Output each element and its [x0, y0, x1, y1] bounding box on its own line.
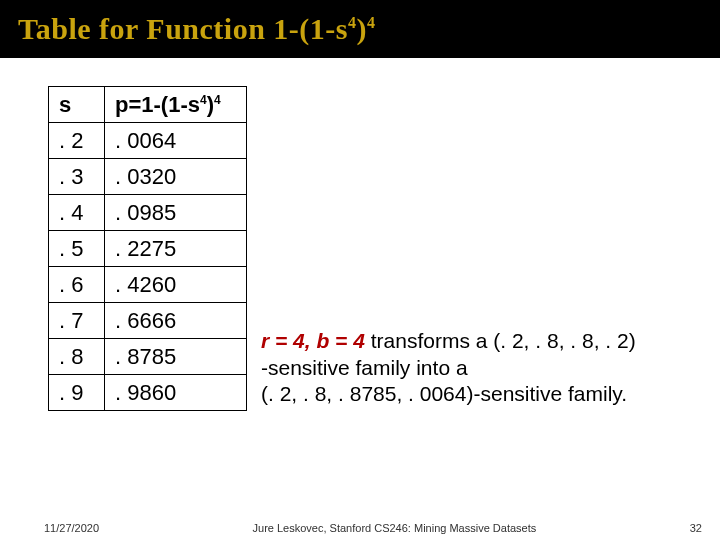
- caption-line1-rest: transforms a (. 2, . 8, . 8, . 2): [365, 329, 636, 352]
- function-table: s p=1-(1-s4)4 . 2. 0064 . 3. 0320 . 4. 0…: [48, 86, 247, 411]
- footer-credit: Jure Leskovec, Stanford CS246: Mining Ma…: [99, 522, 690, 534]
- table-row: . 3. 0320: [49, 159, 247, 195]
- footer-date: 11/27/2020: [44, 522, 99, 534]
- cell-s: . 3: [49, 159, 105, 195]
- table-row: . 9. 9860: [49, 375, 247, 411]
- table-row: . 6. 4260: [49, 267, 247, 303]
- cell-s: . 4: [49, 195, 105, 231]
- caption-text: r = 4, b = 4 transforms a (. 2, . 8, . 8…: [261, 328, 636, 411]
- header-p-mid: ): [207, 92, 214, 117]
- cell-s: . 7: [49, 303, 105, 339]
- title-sup2: 4: [367, 14, 376, 31]
- footer: 11/27/2020 Jure Leskovec, Stanford CS246…: [0, 522, 720, 534]
- cell-s: . 8: [49, 339, 105, 375]
- header-s: s: [49, 87, 105, 123]
- cell-s: . 5: [49, 231, 105, 267]
- cell-p: . 8785: [105, 339, 247, 375]
- cell-p: . 9860: [105, 375, 247, 411]
- caption-bold: r = 4, b = 4: [261, 329, 365, 352]
- header-p-sup2: 4: [214, 92, 221, 106]
- cell-p: . 2275: [105, 231, 247, 267]
- footer-pagenum: 32: [690, 522, 702, 534]
- cell-s: . 6: [49, 267, 105, 303]
- table-row: . 2. 0064: [49, 123, 247, 159]
- table-header-row: s p=1-(1-s4)4: [49, 87, 247, 123]
- table-row: . 8. 8785: [49, 339, 247, 375]
- cell-s: . 2: [49, 123, 105, 159]
- content-area: s p=1-(1-s4)4 . 2. 0064 . 3. 0320 . 4. 0…: [0, 58, 720, 411]
- slide-title: Table for Function 1-(1-s4)4: [0, 0, 720, 58]
- cell-p: . 0985: [105, 195, 247, 231]
- table-row: . 7. 6666: [49, 303, 247, 339]
- title-sup1: 4: [348, 14, 357, 31]
- caption-line2: -sensitive family into a: [261, 356, 468, 379]
- header-p-prefix: p=1-(1-s: [115, 92, 200, 117]
- cell-p: . 4260: [105, 267, 247, 303]
- cell-s: . 9: [49, 375, 105, 411]
- cell-p: . 6666: [105, 303, 247, 339]
- table-row: . 5. 2275: [49, 231, 247, 267]
- header-p-sup1: 4: [200, 92, 207, 106]
- title-mid: ): [357, 12, 368, 45]
- table-row: . 4. 0985: [49, 195, 247, 231]
- cell-p: . 0064: [105, 123, 247, 159]
- cell-p: . 0320: [105, 159, 247, 195]
- caption-line3: (. 2, . 8, . 8785, . 0064)-sensitive fam…: [261, 382, 627, 405]
- header-p: p=1-(1-s4)4: [105, 87, 247, 123]
- title-prefix: Table for Function 1-(1-s: [18, 12, 348, 45]
